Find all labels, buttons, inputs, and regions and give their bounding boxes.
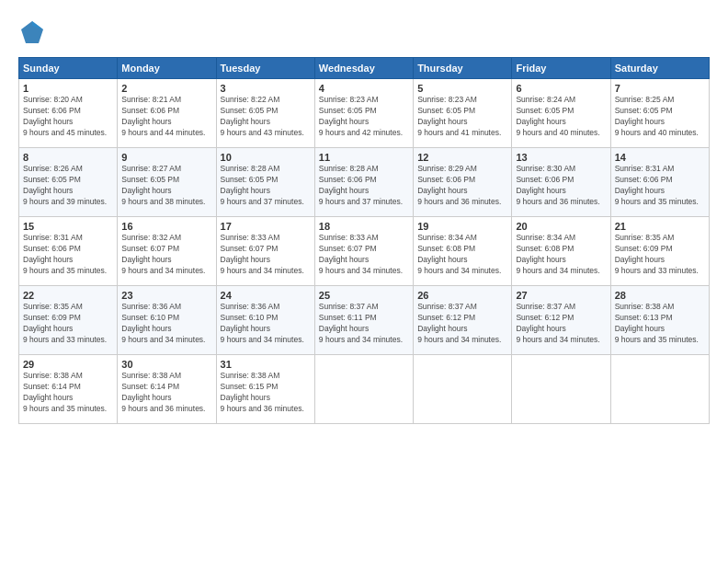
day-info: Sunrise: 8:34 AM Sunset: 6:08 PM Dayligh… (516, 233, 606, 277)
day-number: 8 (23, 152, 113, 163)
day-number: 19 (417, 221, 507, 232)
calendar-header: SundayMondayTuesdayWednesdayThursdayFrid… (19, 58, 710, 79)
day-number: 26 (417, 290, 507, 301)
calendar-cell: 14 Sunrise: 8:31 AM Sunset: 6:06 PM Dayl… (610, 148, 709, 217)
day-info: Sunrise: 8:36 AM Sunset: 6:10 PM Dayligh… (221, 302, 311, 346)
day-number: 5 (417, 83, 507, 94)
calendar-body: 1 Sunrise: 8:20 AM Sunset: 6:06 PM Dayli… (19, 79, 710, 424)
day-number: 15 (23, 221, 113, 232)
day-info: Sunrise: 8:24 AM Sunset: 6:05 PM Dayligh… (516, 95, 606, 139)
calendar-week-row: 15 Sunrise: 8:31 AM Sunset: 6:06 PM Dayl… (19, 217, 710, 286)
calendar-cell: 21 Sunrise: 8:35 AM Sunset: 6:09 PM Dayl… (610, 217, 709, 286)
day-number: 12 (417, 152, 507, 163)
day-number: 17 (221, 221, 311, 232)
calendar-cell: 23 Sunrise: 8:36 AM Sunset: 6:10 PM Dayl… (118, 286, 216, 355)
day-number: 9 (121, 152, 211, 163)
day-info: Sunrise: 8:30 AM Sunset: 6:06 PM Dayligh… (516, 164, 606, 208)
day-info: Sunrise: 8:33 AM Sunset: 6:07 PM Dayligh… (319, 233, 409, 277)
calendar-cell: 11 Sunrise: 8:28 AM Sunset: 6:06 PM Dayl… (314, 148, 413, 217)
day-info: Sunrise: 8:38 AM Sunset: 6:14 PM Dayligh… (121, 371, 211, 415)
day-info: Sunrise: 8:31 AM Sunset: 6:06 PM Dayligh… (615, 164, 705, 208)
calendar-cell: 22 Sunrise: 8:35 AM Sunset: 6:09 PM Dayl… (19, 286, 118, 355)
calendar-cell: 12 Sunrise: 8:29 AM Sunset: 6:06 PM Dayl… (414, 148, 512, 217)
calendar-cell: 7 Sunrise: 8:25 AM Sunset: 6:05 PM Dayli… (610, 79, 709, 148)
weekday-row: SundayMondayTuesdayWednesdayThursdayFrid… (19, 58, 710, 79)
day-info: Sunrise: 8:33 AM Sunset: 6:07 PM Dayligh… (221, 233, 311, 277)
day-number: 14 (615, 152, 705, 163)
calendar-table: SundayMondayTuesdayWednesdayThursdayFrid… (18, 57, 710, 424)
calendar-cell: 10 Sunrise: 8:28 AM Sunset: 6:05 PM Dayl… (216, 148, 314, 217)
day-info: Sunrise: 8:32 AM Sunset: 6:07 PM Dayligh… (121, 233, 211, 277)
day-number: 3 (221, 83, 311, 94)
calendar-cell: 4 Sunrise: 8:23 AM Sunset: 6:05 PM Dayli… (314, 79, 413, 148)
day-info: Sunrise: 8:28 AM Sunset: 6:05 PM Dayligh… (221, 164, 311, 208)
calendar-cell: 18 Sunrise: 8:33 AM Sunset: 6:07 PM Dayl… (314, 217, 413, 286)
calendar-cell: 31 Sunrise: 8:38 AM Sunset: 6:15 PM Dayl… (216, 355, 314, 424)
calendar-cell (512, 355, 610, 424)
day-info: Sunrise: 8:38 AM Sunset: 6:13 PM Dayligh… (615, 302, 705, 346)
calendar-cell: 15 Sunrise: 8:31 AM Sunset: 6:06 PM Dayl… (19, 217, 118, 286)
calendar-cell: 20 Sunrise: 8:34 AM Sunset: 6:08 PM Dayl… (512, 217, 610, 286)
calendar-cell (414, 355, 512, 424)
calendar-cell: 30 Sunrise: 8:38 AM Sunset: 6:14 PM Dayl… (118, 355, 216, 424)
weekday-header: Friday (512, 58, 610, 79)
day-info: Sunrise: 8:34 AM Sunset: 6:08 PM Dayligh… (417, 233, 507, 277)
calendar-cell: 25 Sunrise: 8:37 AM Sunset: 6:11 PM Dayl… (314, 286, 413, 355)
day-number: 22 (23, 290, 113, 301)
day-number: 30 (121, 359, 211, 370)
day-number: 31 (221, 359, 311, 370)
calendar-cell: 13 Sunrise: 8:30 AM Sunset: 6:06 PM Dayl… (512, 148, 610, 217)
calendar-cell: 19 Sunrise: 8:34 AM Sunset: 6:08 PM Dayl… (414, 217, 512, 286)
calendar-cell: 16 Sunrise: 8:32 AM Sunset: 6:07 PM Dayl… (118, 217, 216, 286)
calendar-cell: 9 Sunrise: 8:27 AM Sunset: 6:05 PM Dayli… (118, 148, 216, 217)
day-number: 27 (516, 290, 606, 301)
day-number: 20 (516, 221, 606, 232)
day-number: 6 (516, 83, 606, 94)
weekday-header: Saturday (610, 58, 709, 79)
calendar-cell (610, 355, 709, 424)
calendar-week-row: 8 Sunrise: 8:26 AM Sunset: 6:05 PM Dayli… (19, 148, 710, 217)
day-number: 11 (319, 152, 409, 163)
day-info: Sunrise: 8:22 AM Sunset: 6:05 PM Dayligh… (221, 95, 311, 139)
day-number: 25 (319, 290, 409, 301)
day-info: Sunrise: 8:29 AM Sunset: 6:06 PM Dayligh… (417, 164, 507, 208)
calendar-week-row: 1 Sunrise: 8:20 AM Sunset: 6:06 PM Dayli… (19, 79, 710, 148)
day-number: 16 (121, 221, 211, 232)
weekday-header: Wednesday (314, 58, 413, 79)
day-info: Sunrise: 8:38 AM Sunset: 6:15 PM Dayligh… (221, 371, 311, 415)
calendar-cell: 17 Sunrise: 8:33 AM Sunset: 6:07 PM Dayl… (216, 217, 314, 286)
day-number: 28 (615, 290, 705, 301)
day-info: Sunrise: 8:35 AM Sunset: 6:09 PM Dayligh… (23, 302, 113, 346)
day-info: Sunrise: 8:23 AM Sunset: 6:05 PM Dayligh… (319, 95, 409, 139)
day-info: Sunrise: 8:26 AM Sunset: 6:05 PM Dayligh… (23, 164, 113, 208)
day-info: Sunrise: 8:35 AM Sunset: 6:09 PM Dayligh… (615, 233, 705, 277)
day-info: Sunrise: 8:23 AM Sunset: 6:05 PM Dayligh… (417, 95, 507, 139)
calendar-cell: 6 Sunrise: 8:24 AM Sunset: 6:05 PM Dayli… (512, 79, 610, 148)
day-number: 18 (319, 221, 409, 232)
calendar-cell: 29 Sunrise: 8:38 AM Sunset: 6:14 PM Dayl… (19, 355, 118, 424)
calendar-cell: 3 Sunrise: 8:22 AM Sunset: 6:05 PM Dayli… (216, 79, 314, 148)
day-info: Sunrise: 8:20 AM Sunset: 6:06 PM Dayligh… (23, 95, 113, 139)
day-number: 10 (221, 152, 311, 163)
calendar-cell: 26 Sunrise: 8:37 AM Sunset: 6:12 PM Dayl… (414, 286, 512, 355)
day-info: Sunrise: 8:36 AM Sunset: 6:10 PM Dayligh… (121, 302, 211, 346)
calendar-cell: 8 Sunrise: 8:26 AM Sunset: 6:05 PM Dayli… (19, 148, 118, 217)
day-info: Sunrise: 8:21 AM Sunset: 6:06 PM Dayligh… (121, 95, 211, 139)
weekday-header: Tuesday (216, 58, 314, 79)
page: SundayMondayTuesdayWednesdayThursdayFrid… (0, 0, 728, 563)
weekday-header: Thursday (414, 58, 512, 79)
day-number: 1 (23, 83, 113, 94)
calendar-cell: 27 Sunrise: 8:37 AM Sunset: 6:12 PM Dayl… (512, 286, 610, 355)
header (18, 18, 710, 46)
weekday-header: Monday (118, 58, 216, 79)
calendar-cell: 5 Sunrise: 8:23 AM Sunset: 6:05 PM Dayli… (414, 79, 512, 148)
day-number: 24 (221, 290, 311, 301)
day-number: 2 (121, 83, 211, 94)
day-number: 13 (516, 152, 606, 163)
calendar-cell: 24 Sunrise: 8:36 AM Sunset: 6:10 PM Dayl… (216, 286, 314, 355)
day-info: Sunrise: 8:38 AM Sunset: 6:14 PM Dayligh… (23, 371, 113, 415)
weekday-header: Sunday (19, 58, 118, 79)
logo-icon (18, 18, 46, 46)
day-info: Sunrise: 8:27 AM Sunset: 6:05 PM Dayligh… (121, 164, 211, 208)
day-info: Sunrise: 8:37 AM Sunset: 6:12 PM Dayligh… (417, 302, 507, 346)
